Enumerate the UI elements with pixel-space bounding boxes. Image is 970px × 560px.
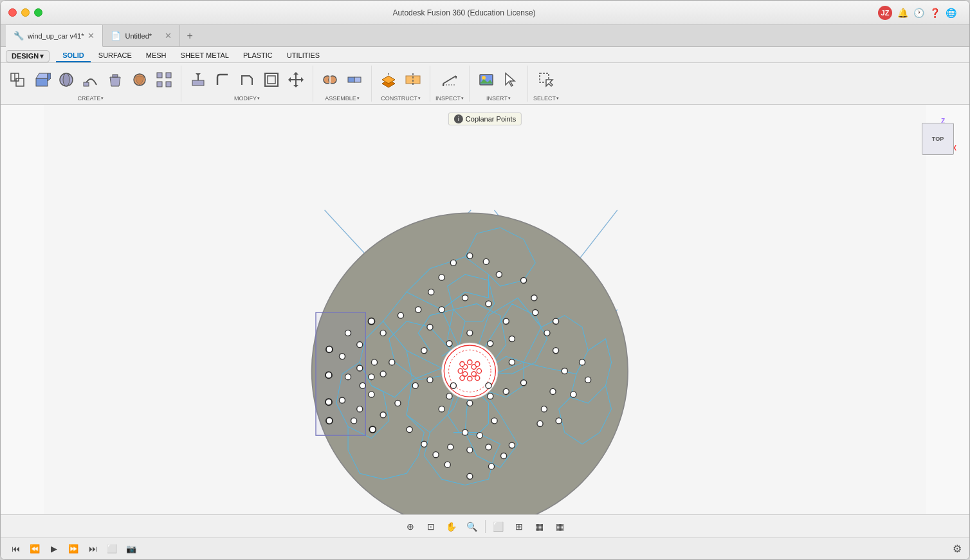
sb-select-icon[interactable]: ⬜: [105, 542, 119, 556]
tab-close-untitled[interactable]: ✕: [165, 31, 172, 41]
svg-point-140: [467, 330, 473, 336]
fit-view-icon[interactable]: ⊡: [422, 518, 440, 536]
svg-point-76: [427, 324, 433, 330]
traffic-lights: [8, 8, 42, 17]
insert-icons: [475, 66, 522, 94]
main-canvas[interactable]: [1, 105, 969, 514]
svg-point-87: [357, 342, 363, 348]
shell-icon[interactable]: [260, 68, 283, 91]
zoom-window-icon[interactable]: ⬜: [490, 518, 508, 536]
view-cube-box[interactable]: TOP: [922, 123, 954, 155]
grid-icon[interactable]: ⊞: [510, 518, 528, 536]
modify-icons: [187, 66, 307, 94]
minimize-button[interactable]: [21, 8, 30, 17]
toolbar-group-inspect: INSPECT ▾: [435, 66, 470, 102]
modify-label[interactable]: MODIFY ▾: [234, 95, 260, 102]
svg-marker-24: [293, 85, 298, 87]
display-icon[interactable]: ▦: [531, 518, 549, 536]
svg-point-81: [503, 388, 509, 394]
measure-icon[interactable]: [438, 68, 461, 91]
tab-plastic[interactable]: PLASTIC: [237, 50, 279, 62]
svg-rect-1: [16, 78, 24, 86]
svg-point-62: [468, 360, 472, 365]
svg-point-89: [357, 365, 363, 371]
svg-point-117: [488, 464, 494, 469]
insert-image-icon[interactable]: [475, 68, 498, 91]
svg-point-66: [477, 368, 481, 373]
sweep-icon[interactable]: [79, 68, 102, 91]
svg-point-72: [439, 307, 444, 312]
svg-point-104: [531, 295, 537, 301]
view-cube[interactable]: Z X TOP: [918, 118, 956, 163]
svg-point-151: [369, 426, 376, 433]
sb-prev-icon[interactable]: ⏪: [28, 542, 42, 556]
zoom-in-icon[interactable]: 🔍: [463, 518, 481, 536]
inspect-label[interactable]: INSPECT ▾: [435, 95, 464, 102]
settings-gear-icon[interactable]: ⚙: [953, 543, 962, 554]
svg-point-109: [562, 368, 567, 374]
tab-solid[interactable]: SOLID: [56, 50, 91, 62]
toolbar-group-insert: INSERT ▾: [475, 66, 528, 102]
revolve-icon[interactable]: [55, 68, 78, 91]
help-icon[interactable]: ❓: [929, 8, 940, 18]
sb-next-icon[interactable]: ⏩: [66, 542, 80, 556]
sculpt-icon[interactable]: [128, 68, 151, 91]
pattern-icon[interactable]: [152, 68, 176, 91]
insert-label[interactable]: INSERT ▾: [486, 95, 511, 102]
new-tab-button[interactable]: +: [180, 25, 199, 46]
svg-point-145: [467, 401, 473, 406]
user-avatar[interactable]: JZ: [878, 6, 892, 20]
tab-sheet-metal[interactable]: SHEET METAL: [174, 50, 235, 62]
svg-point-73: [462, 295, 468, 301]
appearance-icon[interactable]: ▦: [551, 518, 569, 536]
notification-icon[interactable]: 🔔: [897, 8, 908, 18]
tab-surface[interactable]: SURFACE: [92, 50, 138, 62]
construct-label[interactable]: CONSTRUCT ▾: [381, 95, 421, 102]
loft-icon[interactable]: [104, 68, 127, 91]
new-component-icon[interactable]: [6, 68, 29, 91]
svg-point-115: [444, 462, 450, 467]
chamfer-icon[interactable]: [235, 68, 259, 91]
svg-point-90: [345, 374, 351, 380]
svg-point-125: [407, 427, 412, 433]
viewport[interactable]: i Coplanar Points: [1, 105, 969, 514]
create-label[interactable]: CREATE ▾: [78, 95, 104, 102]
maximize-button[interactable]: [34, 8, 42, 17]
sb-end-icon[interactable]: ⏭: [86, 542, 100, 556]
tab-close-wind-up[interactable]: ✕: [87, 31, 95, 41]
svg-point-118: [421, 441, 427, 447]
tab-utilities[interactable]: UTILITIES: [280, 50, 326, 62]
sb-back-icon[interactable]: ⏮: [8, 542, 23, 556]
design-dropdown[interactable]: DESIGN ▾: [6, 50, 50, 62]
tab-wind-up-car[interactable]: 🔧 wind_up_car v41* ✕: [6, 25, 103, 47]
fillet-icon[interactable]: [211, 68, 234, 91]
svg-point-95: [371, 359, 377, 365]
sb-camera-icon[interactable]: 📷: [124, 542, 138, 556]
press-pull-icon[interactable]: [187, 68, 210, 91]
midplane-icon[interactable]: [401, 68, 425, 91]
tab-untitled[interactable]: 📄 Untitled* ✕: [103, 25, 180, 46]
orbit-icon[interactable]: ⊕: [401, 518, 419, 536]
svg-point-97: [351, 418, 357, 424]
move-icon[interactable]: [284, 68, 307, 91]
sb-play-icon[interactable]: ▶: [47, 542, 61, 556]
svg-point-70: [460, 375, 464, 380]
pan-icon[interactable]: ✋: [443, 518, 461, 536]
design-label: DESIGN: [12, 52, 39, 60]
svg-rect-15: [166, 82, 171, 87]
select-box-icon[interactable]: [535, 68, 558, 91]
offset-plane-icon[interactable]: [377, 68, 400, 91]
svg-rect-10: [113, 75, 118, 77]
joint-icon[interactable]: [318, 68, 342, 91]
svg-marker-43: [506, 73, 515, 86]
svg-point-67: [468, 376, 472, 381]
as-built-joint-icon[interactable]: [343, 68, 366, 91]
network-icon[interactable]: 🌐: [946, 8, 956, 18]
close-button[interactable]: [8, 8, 17, 17]
assemble-label[interactable]: ASSEMBLE ▾: [325, 95, 360, 102]
clock-icon[interactable]: 🕐: [913, 8, 924, 18]
select-label[interactable]: SELECT ▾: [533, 95, 559, 102]
tab-mesh[interactable]: MESH: [140, 50, 173, 62]
select-cursor-icon[interactable]: [499, 68, 522, 91]
extrude-icon[interactable]: [30, 68, 53, 91]
